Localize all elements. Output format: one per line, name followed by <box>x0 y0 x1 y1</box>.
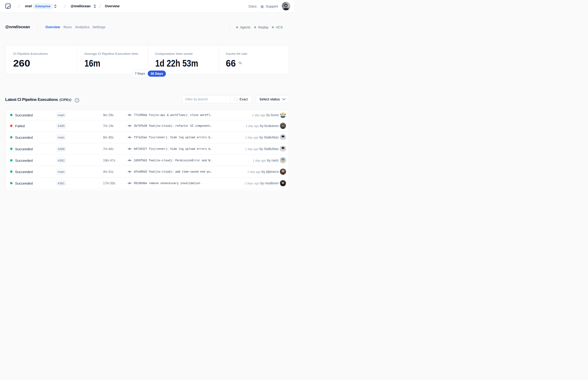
svg-text:?: ? <box>76 99 78 102</box>
